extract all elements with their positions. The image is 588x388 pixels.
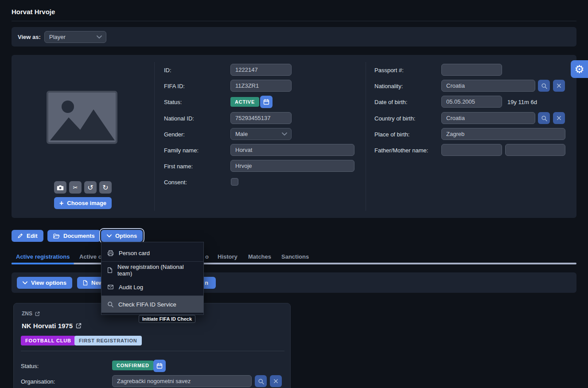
search-icon xyxy=(107,301,113,307)
view-as-select[interactable]: Player xyxy=(44,31,106,43)
dob-input[interactable] xyxy=(441,96,502,108)
calendar-icon xyxy=(156,363,163,369)
father-name-input[interactable] xyxy=(441,144,502,156)
search-icon xyxy=(258,378,264,384)
external-link-icon xyxy=(35,311,40,316)
family-name-input[interactable] xyxy=(230,144,354,156)
tab-partially-hidden-right[interactable]: o xyxy=(205,253,209,260)
app-root: Horvat Hrvoje View as: Player xyxy=(0,0,588,388)
close-icon xyxy=(273,379,278,384)
folder-icon xyxy=(53,233,60,239)
scissors-icon: ✂ xyxy=(73,184,78,191)
menu-item-label: Audit Log xyxy=(119,284,143,291)
nationality-input[interactable] xyxy=(441,80,535,92)
pencil-icon xyxy=(17,233,23,239)
parent-name-label: Father/Mother name: xyxy=(374,147,428,154)
settings-gear-button[interactable]: ⚙ xyxy=(571,60,588,78)
country-of-birth-search-button[interactable] xyxy=(538,112,550,124)
menu-item-check-fifa-id-service[interactable]: Check FIFA ID Service xyxy=(101,296,203,313)
country-of-birth-input[interactable] xyxy=(441,112,535,124)
rotate-right-button[interactable]: ↻ xyxy=(99,181,112,194)
rotate-left-button[interactable]: ↺ xyxy=(84,181,97,194)
dob-label: Date of birth: xyxy=(374,99,407,105)
options-menu: Person card New registration (National t… xyxy=(101,242,204,315)
page-title: Horvat Hrvoje xyxy=(12,8,55,16)
documents-label: Documents xyxy=(63,233,95,239)
edit-button[interactable]: Edit xyxy=(12,230,43,242)
gender-label: Gender: xyxy=(164,131,185,138)
fifa-id-check-tooltip: Initiate FIFA ID Check xyxy=(139,315,195,323)
column-divider xyxy=(366,62,366,211)
organisation-input[interactable] xyxy=(112,375,252,387)
consent-checkbox[interactable] xyxy=(231,178,238,186)
registration-kind-badge: FIRST REGISTRATION xyxy=(74,336,142,345)
consent-label: Consent: xyxy=(164,179,187,186)
tab-history[interactable]: History xyxy=(218,253,238,260)
family-name-label: Family name: xyxy=(164,147,199,154)
tab-active-registrations[interactable]: Active registrations xyxy=(16,253,70,260)
crop-button[interactable]: ✂ xyxy=(69,181,82,194)
search-icon xyxy=(541,83,547,89)
passport-input[interactable] xyxy=(441,64,502,76)
camera-button[interactable] xyxy=(54,181,66,194)
edit-label: Edit xyxy=(27,233,38,239)
card-status-badge: CONFIRMED xyxy=(112,361,154,370)
tab-matches[interactable]: Matches xyxy=(248,253,271,260)
menu-item-label: Check FIFA ID Service xyxy=(118,301,176,308)
organisation-clear-button[interactable] xyxy=(270,375,282,387)
card-status-label: Status: xyxy=(21,363,39,369)
view-options-label: View options xyxy=(31,279,66,286)
column-divider xyxy=(154,62,155,211)
tab-sanctions[interactable]: Sanctions xyxy=(281,253,309,260)
choose-image-button[interactable]: + Choose image xyxy=(54,197,112,209)
place-of-birth-input[interactable] xyxy=(441,128,565,140)
menu-item-new-registration-national-team[interactable]: New registration (National team) xyxy=(101,262,203,279)
card-divider xyxy=(21,351,284,351)
title-divider xyxy=(12,21,576,21)
view-as-label: View as: xyxy=(18,34,41,40)
gender-value: Male xyxy=(235,131,248,137)
menu-item-label: New registration (National team) xyxy=(117,264,198,277)
fifa-id-input[interactable] xyxy=(230,80,292,92)
menu-item-label: Person card xyxy=(119,250,150,256)
org-code: ZNS xyxy=(22,310,32,317)
chevron-down-icon xyxy=(23,281,27,284)
options-button[interactable]: Options xyxy=(101,230,143,242)
nationality-label: Nationality: xyxy=(374,83,403,89)
org-code-link[interactable]: ZNS xyxy=(22,310,40,317)
tab-partially-hidden-left[interactable]: Active c xyxy=(79,253,101,260)
national-id-input[interactable] xyxy=(230,112,292,124)
gender-select[interactable]: Male xyxy=(230,128,292,140)
age-text: 19y 11m 6d xyxy=(507,99,537,105)
menu-item-audit-log[interactable]: Audit Log xyxy=(101,279,203,295)
printer-icon xyxy=(107,250,114,256)
country-of-birth-clear-button[interactable] xyxy=(553,112,565,124)
search-icon xyxy=(541,115,547,121)
first-name-input[interactable] xyxy=(230,160,354,172)
organisation-search-button[interactable] xyxy=(255,375,267,387)
view-options-button[interactable]: View options xyxy=(17,277,72,289)
rotate-left-icon: ↺ xyxy=(87,183,93,192)
close-icon xyxy=(557,83,561,88)
envelope-icon xyxy=(107,284,114,290)
club-name: NK Horvati 1975 xyxy=(22,322,73,330)
status-history-button[interactable] xyxy=(260,96,273,108)
status-label: Status: xyxy=(164,99,182,105)
file-icon xyxy=(83,280,88,286)
mother-name-input[interactable] xyxy=(505,144,565,156)
card-status-history-button[interactable] xyxy=(153,360,166,372)
choose-image-label: Choose image xyxy=(67,200,106,206)
profile-panel: ✂ ↺ ↻ + Choose image ID: FIFA ID: Status… xyxy=(12,55,576,218)
id-input[interactable] xyxy=(230,64,292,76)
country-of-birth-label: Country of birth: xyxy=(374,115,416,122)
menu-item-person-card[interactable]: Person card xyxy=(101,244,203,261)
club-link[interactable]: NK Horvati 1975 xyxy=(22,322,82,330)
nationality-clear-button[interactable] xyxy=(553,80,565,92)
gear-icon: ⚙ xyxy=(574,63,584,76)
chevron-down-icon xyxy=(97,35,102,39)
plus-icon: + xyxy=(59,199,63,207)
nationality-search-button[interactable] xyxy=(538,80,550,92)
documents-button[interactable]: Documents xyxy=(47,230,101,242)
first-name-label: First name: xyxy=(164,163,193,170)
image-placeholder-icon xyxy=(48,93,116,142)
